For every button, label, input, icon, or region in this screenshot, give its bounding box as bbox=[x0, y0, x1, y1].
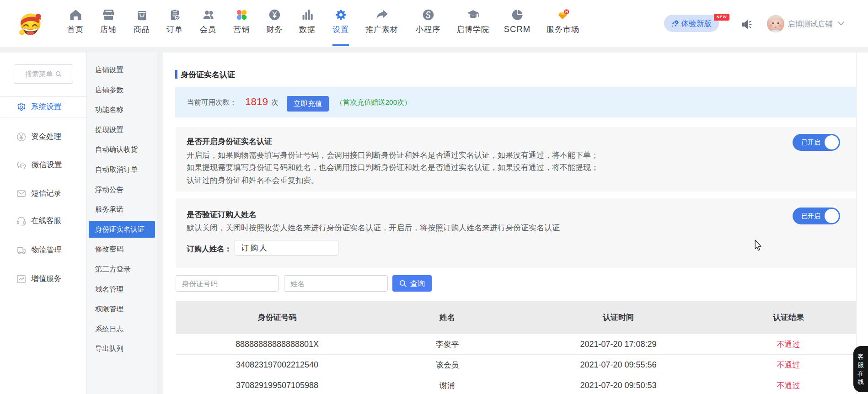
svg-text:H: H bbox=[565, 10, 568, 14]
